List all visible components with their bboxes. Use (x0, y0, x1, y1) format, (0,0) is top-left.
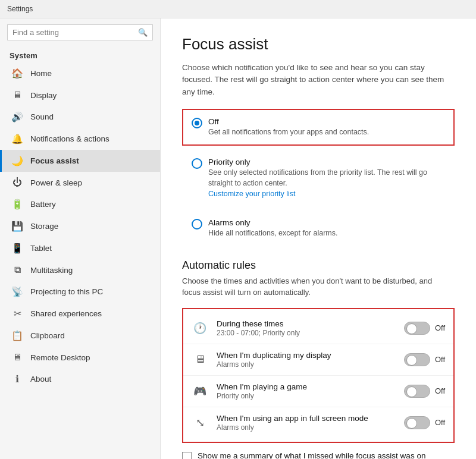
radio-option-off[interactable]: Off Get all notifications from your apps… (182, 109, 455, 146)
radio-circle-priority (192, 158, 202, 169)
sidebar-icon-shared: ✂ (11, 308, 23, 319)
sidebar-item-display[interactable]: 🖥 Display (0, 84, 160, 106)
radio-text-alarms: Alarms only Hide all notifications, exce… (208, 218, 337, 239)
rule-toggle-area-display[interactable]: Off (404, 353, 445, 366)
rule-row-times: 🕐 During these times 23:00 - 07:00; Prio… (183, 313, 453, 344)
sidebar-icon-remote: 🖥 (11, 352, 23, 363)
sidebar-label-about: About (30, 375, 51, 383)
sidebar-item-notifications[interactable]: 🔔 Notifications & actions (0, 128, 160, 150)
radio-options-container: Off Get all notifications from your apps… (182, 109, 455, 247)
sidebar-item-multitasking[interactable]: ⧉ Multitasking (0, 259, 160, 281)
automatic-rules-title: Automatic rules (182, 259, 455, 272)
sidebar-item-tablet[interactable]: 📱 Tablet (0, 237, 160, 259)
rule-icon-game: 🎮 (192, 385, 208, 398)
sidebar-item-projecting[interactable]: 📡 Projecting to this PC (0, 281, 160, 303)
rule-text-times: During these times 23:00 - 07:00; Priori… (217, 319, 396, 337)
sidebar-label-tablet: Tablet (30, 244, 52, 253)
rule-text-fullscreen: When I'm using an app in full screen mod… (217, 414, 396, 432)
rule-sublabel-times: 23:00 - 07:00; Priority only (217, 329, 396, 337)
sidebar-item-clipboard[interactable]: 📋 Clipboard (0, 325, 160, 347)
sidebar-item-storage[interactable]: 💾 Storage (0, 215, 160, 237)
sidebar-label-notifications: Notifications & actions (30, 134, 109, 143)
sidebar-icon-tablet: 📱 (11, 243, 23, 254)
rule-toggle-fullscreen[interactable] (404, 416, 430, 429)
radio-circle-off (192, 118, 202, 128)
rule-row-display: 🖥 When I'm duplicating my display Alarms… (183, 344, 453, 376)
radio-text-priority: Priority only See only selected notifica… (208, 158, 445, 198)
sidebar-item-about[interactable]: ℹ About (0, 368, 160, 390)
sidebar-label-shared: Shared experiences (30, 309, 102, 318)
rule-row-fullscreen: ⤡ When I'm using an app in full screen m… (183, 407, 453, 438)
rule-text-display: When I'm duplicating my display Alarms o… (217, 351, 396, 369)
sidebar-section-label: System (0, 46, 160, 62)
radio-circle-alarms (192, 219, 202, 230)
rule-toggle-label-game: Off (435, 386, 445, 395)
sidebar-label-focus: Focus assist (30, 156, 79, 165)
sidebar-item-shared[interactable]: ✂ Shared experiences (0, 303, 160, 325)
sidebar-icon-multitasking: ⧉ (11, 265, 23, 275)
sidebar-label-power: Power & sleep (30, 178, 82, 187)
rule-toggle-game[interactable] (404, 385, 430, 398)
sidebar-label-projecting: Projecting to this PC (30, 287, 103, 296)
radio-option-alarms[interactable]: Alarms only Hide all notifications, exce… (182, 210, 455, 247)
rule-label-fullscreen: When I'm using an app in full screen mod… (217, 414, 396, 423)
sidebar-icon-about: ℹ (11, 373, 23, 385)
rule-row-game: 🎮 When I'm playing a game Priority only … (183, 376, 453, 407)
sidebar-label-multitasking: Multitasking (30, 266, 73, 275)
rule-toggle-label-display: Off (435, 355, 445, 364)
sidebar-icon-storage: 💾 (11, 221, 23, 232)
rule-toggle-times[interactable] (404, 322, 430, 335)
rule-icon-fullscreen: ⤡ (192, 416, 208, 429)
search-input[interactable] (12, 28, 134, 37)
rule-toggle-label-fullscreen: Off (435, 418, 445, 427)
sidebar-label-battery: Battery (30, 200, 56, 209)
sidebar-label-display: Display (30, 91, 57, 100)
sidebar-label-storage: Storage (30, 222, 58, 231)
sidebar-label-clipboard: Clipboard (30, 331, 65, 340)
radio-label-off: Off (208, 117, 369, 126)
rule-icon-display: 🖥 (192, 353, 208, 366)
radio-desc-priority: See only selected notifications from the… (208, 168, 445, 188)
search-box[interactable]: 🔍 (7, 24, 153, 40)
sidebar-item-battery[interactable]: 🔋 Battery (0, 193, 160, 215)
sidebar-icon-power: ⏻ (11, 177, 23, 188)
sidebar-item-remote[interactable]: 🖥 Remote Desktop (0, 347, 160, 368)
sidebar-item-sound[interactable]: 🔊 Sound (0, 106, 160, 128)
rule-toggle-area-times[interactable]: Off (404, 322, 445, 335)
automatic-rules-desc: Choose the times and activities when you… (182, 275, 450, 298)
summary-checkbox[interactable] (182, 452, 192, 459)
rule-text-game: When I'm playing a game Priority only (217, 382, 396, 400)
sidebar-icon-home: 🏠 (11, 68, 23, 79)
radio-link-priority[interactable]: Customize your priority list (208, 190, 445, 198)
sidebar-icon-focus: 🌙 (11, 155, 23, 166)
sidebar-icon-notifications: 🔔 (11, 133, 23, 144)
sidebar-item-focus[interactable]: 🌙 Focus assist (0, 150, 160, 172)
summary-checkbox-label: Show me a summary of what I missed while… (198, 451, 425, 459)
sidebar-item-power[interactable]: ⏻ Power & sleep (0, 172, 160, 193)
rules-box: 🕐 During these times 23:00 - 07:00; Prio… (182, 308, 455, 443)
content-area: Focus assist Choose which notification y… (161, 18, 476, 459)
rule-label-game: When I'm playing a game (217, 382, 396, 391)
rule-toggle-display[interactable] (404, 353, 430, 366)
sidebar-icon-sound: 🔊 (11, 111, 23, 122)
sidebar-icon-projecting: 📡 (11, 286, 23, 297)
rule-toggle-area-fullscreen[interactable]: Off (404, 416, 445, 429)
search-icon: 🔍 (138, 28, 148, 37)
rule-rows-container: 🕐 During these times 23:00 - 07:00; Prio… (183, 313, 453, 438)
summary-checkbox-row[interactable]: Show me a summary of what I missed while… (182, 451, 455, 459)
main-container: 🔍 System 🏠 Home 🖥 Display 🔊 Sound 🔔 Noti… (0, 18, 476, 459)
rule-label-display: When I'm duplicating my display (217, 351, 396, 360)
rule-toggle-label-times: Off (435, 323, 445, 332)
radio-option-priority[interactable]: Priority only See only selected notifica… (182, 149, 455, 206)
title-bar: Settings (0, 0, 476, 18)
sidebar-icon-clipboard: 📋 (11, 330, 23, 341)
radio-desc-off: Get all notifications from your apps and… (208, 127, 369, 138)
radio-desc-alarms: Hide all notifications, except for alarm… (208, 228, 337, 239)
rule-toggle-area-game[interactable]: Off (404, 385, 445, 398)
radio-text-off: Off Get all notifications from your apps… (208, 117, 369, 138)
sidebar-item-home[interactable]: 🏠 Home (0, 62, 160, 84)
page-description: Choose which notification you'd like to … (182, 62, 455, 98)
sidebar: 🔍 System 🏠 Home 🖥 Display 🔊 Sound 🔔 Noti… (0, 18, 161, 459)
sidebar-label-remote: Remote Desktop (30, 353, 90, 362)
sidebar-icon-battery: 🔋 (11, 199, 23, 210)
